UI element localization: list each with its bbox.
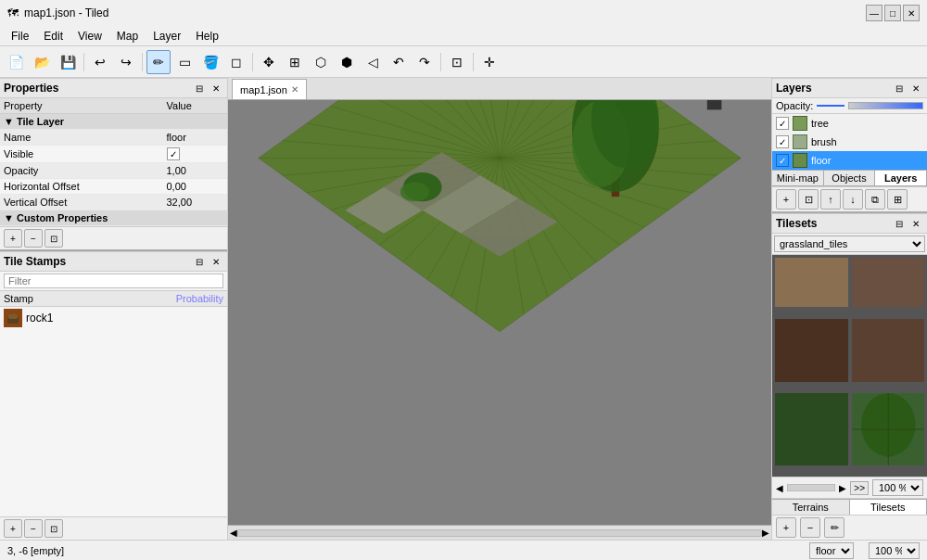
tool10[interactable]: ↷ (413, 50, 437, 74)
tile-thumb-3[interactable] (774, 318, 849, 383)
properties-close-btn[interactable]: ✕ (209, 81, 223, 95)
layer-item-tree[interactable]: ✓ tree (772, 114, 927, 133)
terrains-tab[interactable]: Terrains (772, 500, 850, 515)
ts-scroll-left[interactable]: ◀ (776, 483, 783, 493)
tileset-dropdown[interactable]: grassland_tiles (774, 235, 925, 252)
layers-tab[interactable]: Layers (875, 171, 927, 185)
tool9[interactable]: ↶ (387, 50, 411, 74)
prop-action-btn[interactable]: ⊡ (44, 229, 63, 248)
menu-help[interactable]: Help (188, 28, 226, 45)
layer-copy-btn[interactable]: ⧉ (865, 189, 885, 210)
close-button[interactable]: ✕ (903, 5, 920, 21)
add-tileset-btn[interactable]: + (776, 517, 796, 538)
map-canvas[interactable] (228, 100, 771, 525)
tool8[interactable]: ◁ (361, 50, 385, 74)
layer-label-floor: floor (811, 155, 831, 166)
tab-close-icon[interactable]: ✕ (291, 84, 298, 95)
open-button[interactable]: 📂 (30, 50, 54, 74)
save-button[interactable]: 💾 (56, 50, 80, 74)
main-layout: Properties ⊟ ✕ Property Value (0, 78, 927, 540)
tool6[interactable]: ⬡ (309, 50, 333, 74)
layer-merge-btn[interactable]: ⊞ (887, 189, 908, 210)
layers-close-btn[interactable]: ✕ (908, 81, 923, 95)
stamps-filter-input[interactable] (4, 274, 223, 288)
ts-scroll-right[interactable]: ▶ (839, 483, 846, 493)
layer-item-brush[interactable]: ✓ brush (772, 133, 927, 151)
remove-layer-btn[interactable]: ⊡ (798, 189, 819, 210)
tile-thumb-5[interactable] (774, 392, 849, 466)
window-controls[interactable]: — □ ✕ (866, 5, 920, 21)
tilesets-scrollbar-row: ◀ ▶ >> 100 % (772, 477, 927, 499)
remove-prop-btn[interactable]: − (24, 229, 43, 248)
ts-more-btn[interactable]: >> (850, 481, 869, 495)
redo-button[interactable]: ↪ (114, 50, 138, 74)
ts-zoom-select[interactable]: 100 % (872, 479, 923, 496)
move-tool[interactable]: ✥ (257, 50, 281, 74)
opacity-slider[interactable] (848, 102, 923, 109)
layer-visible-floor[interactable]: ✓ (776, 154, 789, 167)
properties-toolbar: + − ⊡ (0, 226, 227, 249)
tilesets-panel-controls[interactable]: ⊟ ✕ (892, 216, 923, 231)
move-layer-up-btn[interactable]: ↑ (820, 189, 841, 210)
tilesets-tab[interactable]: Tilesets (850, 500, 928, 515)
add-prop-btn[interactable]: + (4, 229, 22, 248)
horizontal-scrollbar[interactable]: ◀ ▶ (228, 525, 771, 540)
minimize-button[interactable]: — (866, 5, 883, 21)
tool7[interactable]: ⬢ (335, 50, 359, 74)
stamps-close-btn[interactable]: ✕ (209, 254, 223, 269)
status-layer-select[interactable]: floor (809, 542, 854, 559)
h-scroll-track[interactable] (237, 529, 762, 537)
stamp-tool[interactable]: ✏ (146, 50, 171, 74)
remove-stamp-btn[interactable]: − (24, 519, 43, 538)
tile-thumb-1[interactable] (774, 257, 849, 308)
erase-tool[interactable]: ◻ (224, 50, 248, 74)
menu-layer[interactable]: Layer (146, 28, 188, 45)
app-icon: 🗺 (7, 6, 19, 19)
map-tab-map1[interactable]: map1.json ✕ (232, 79, 307, 99)
undo-button[interactable]: ↩ (88, 50, 112, 74)
minimap-tab[interactable]: Mini-map (772, 171, 824, 185)
tile-thumb-2[interactable] (851, 257, 926, 308)
stamps-float-btn[interactable]: ⊟ (192, 254, 207, 269)
tileset-grid[interactable] (772, 255, 927, 477)
layers-float-btn[interactable]: ⊟ (892, 81, 907, 95)
layer-item-floor[interactable]: ✓ floor (772, 151, 927, 170)
menu-view[interactable]: View (70, 28, 109, 45)
select-tool[interactable]: ▭ (172, 50, 197, 74)
scroll-left-btn[interactable]: ◀ (230, 528, 237, 538)
add-stamp-btn[interactable]: + (4, 519, 22, 538)
properties-float-btn[interactable]: ⊟ (192, 81, 207, 95)
menu-file[interactable]: File (4, 28, 36, 45)
menu-map[interactable]: Map (109, 28, 146, 45)
menu-edit[interactable]: Edit (36, 28, 70, 45)
tilesets-close-btn[interactable]: ✕ (908, 216, 923, 231)
objects-tab[interactable]: Objects (824, 171, 876, 185)
add-layer-btn[interactable]: + (776, 189, 796, 210)
pan-btn[interactable]: ✛ (477, 50, 502, 74)
new-button[interactable]: 📄 (4, 50, 28, 74)
prop-section-custom: ▼ Custom Properties (0, 210, 227, 226)
properties-scroll[interactable]: Property Value ▼ Tile Layer Name floor (0, 98, 227, 226)
stamp-item-rock1[interactable]: rock1 (0, 307, 227, 329)
visible-checkbox[interactable]: ✓ (167, 147, 180, 160)
stamps-panel-controls[interactable]: ⊟ ✕ (192, 254, 223, 269)
move-layer-down-btn[interactable]: ↓ (843, 189, 863, 210)
ts-h-scroll-track[interactable] (787, 484, 835, 491)
objects-btn[interactable]: ⊡ (445, 50, 469, 74)
tile-thumb-4[interactable] (851, 318, 926, 383)
fill-tool[interactable]: 🪣 (198, 50, 222, 74)
layer-visible-tree[interactable]: ✓ (776, 117, 789, 130)
tileset-select-row: grassland_tiles (772, 234, 927, 255)
layers-panel-controls[interactable]: ⊟ ✕ (892, 81, 923, 95)
stamp-export-btn[interactable]: ⊡ (44, 519, 63, 538)
scroll-right-btn[interactable]: ▶ (762, 528, 769, 538)
tool5[interactable]: ⊞ (283, 50, 307, 74)
tile-thumb-6[interactable] (851, 392, 926, 466)
properties-panel-controls[interactable]: ⊟ ✕ (192, 81, 223, 95)
tilesets-float-btn[interactable]: ⊟ (892, 216, 907, 231)
layer-visible-brush[interactable]: ✓ (776, 135, 789, 148)
tileset-edit-btn[interactable]: ✏ (824, 517, 844, 538)
maximize-button[interactable]: □ (884, 5, 901, 21)
remove-tileset-btn[interactable]: − (800, 517, 820, 538)
status-zoom-select[interactable]: 100 % (869, 542, 920, 559)
